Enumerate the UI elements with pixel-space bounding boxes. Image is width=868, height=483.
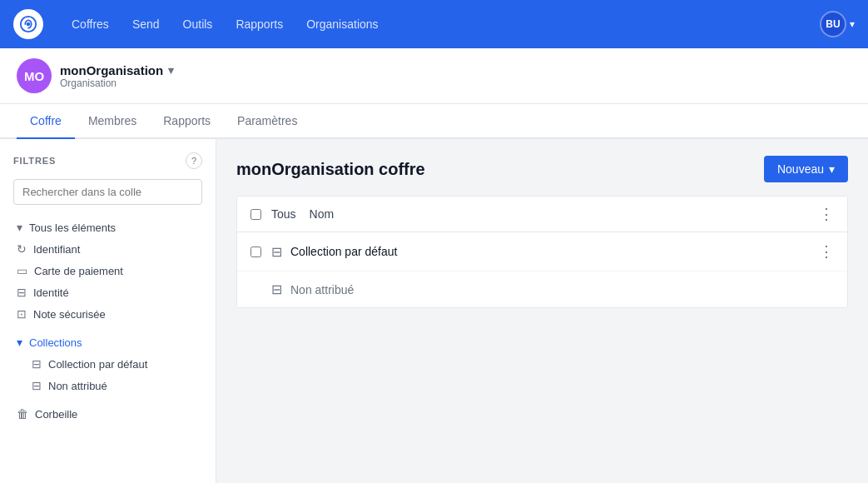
row-collection-name: Collection par défaut (290, 245, 819, 258)
collections-chevron-icon: ▾ (17, 336, 22, 349)
identifiant-icon: ↻ (17, 242, 27, 256)
table-row[interactable]: ⊟ Collection par défaut ⋮ (237, 232, 847, 271)
carte-icon: ▭ (17, 264, 27, 277)
nav-links: Coffres Send Outils Rapports Organisatio… (63, 12, 800, 36)
table-header-all-label[interactable]: Tous (271, 207, 296, 221)
select-all-checkbox[interactable] (250, 209, 261, 220)
org-type: Organisation (60, 77, 174, 89)
sidebar-item-identite[interactable]: ⊟ Identité (13, 281, 202, 303)
org-dropdown-chevron[interactable]: ▾ (168, 64, 174, 77)
collections-section: ▾ Collections ⊟ Collection par défaut ⊟ … (13, 331, 202, 396)
nav-rapports[interactable]: Rapports (227, 12, 291, 36)
table-header-more-button[interactable]: ⋮ (819, 205, 834, 223)
sidebar-item-carte[interactable]: ▭ Carte de paiement (13, 260, 202, 281)
user-menu-chevron[interactable]: ▾ (850, 18, 855, 30)
main-content: FILTRES ? ▾ Tous les éléments ↻ Identifi… (0, 139, 868, 483)
nav-coffres[interactable]: Coffres (63, 12, 117, 36)
all-items-section: ▾ Tous les éléments ↻ Identifiant ▭ Cart… (13, 217, 202, 325)
filters-header: FILTRES ? (13, 152, 202, 169)
collections-search-input[interactable] (13, 179, 202, 205)
identite-icon: ⊟ (17, 286, 27, 299)
sidebar-collection-default[interactable]: ⊟ Collection par défaut (13, 353, 202, 375)
nouveau-button[interactable]: Nouveau ▾ (764, 156, 848, 182)
table-row[interactable]: ⊟ Non attribué (237, 271, 847, 307)
org-header: MO monOrganisation ▾ Organisation (0, 48, 868, 104)
sidebar: FILTRES ? ▾ Tous les éléments ↻ Identifi… (0, 139, 216, 483)
table-header: Tous Nom ⋮ (237, 197, 847, 232)
user-menu[interactable]: BU ▾ (820, 11, 855, 37)
nav-send[interactable]: Send (124, 12, 168, 36)
app-logo[interactable] (13, 9, 43, 39)
sidebar-trash[interactable]: 🗑 Corbeille (13, 403, 202, 425)
org-name[interactable]: monOrganisation ▾ (60, 63, 174, 77)
nav-outils[interactable]: Outils (175, 12, 221, 36)
row-unassigned-name: Non attribué (290, 283, 834, 296)
tabs-bar: Coffre Membres Rapports Paramètres (0, 104, 868, 139)
top-navigation: Coffres Send Outils Rapports Organisatio… (0, 0, 868, 48)
row-checkbox[interactable] (250, 246, 261, 257)
tab-coffre[interactable]: Coffre (17, 104, 75, 139)
sidebar-collections-header[interactable]: ▾ Collections (13, 331, 202, 353)
nouveau-chevron-icon: ▾ (829, 162, 835, 176)
sidebar-item-note[interactable]: ⊡ Note sécurisée (13, 303, 202, 325)
tab-membres[interactable]: Membres (75, 104, 150, 139)
tab-rapports[interactable]: Rapports (150, 104, 224, 139)
page-title: monOrganisation coffre (236, 160, 425, 179)
sidebar-item-identifiant[interactable]: ↻ Identifiant (13, 238, 202, 260)
table-header-name-label: Nom (310, 207, 819, 221)
sidebar-collection-unassigned[interactable]: ⊟ Non attribué (13, 375, 202, 396)
filters-help-button[interactable]: ? (186, 152, 202, 169)
note-icon: ⊡ (17, 307, 27, 321)
row-more-button[interactable]: ⋮ (819, 242, 834, 261)
row-folder-unassigned-icon: ⊟ (271, 281, 282, 297)
collection-unassigned-icon: ⊟ (32, 379, 42, 392)
sidebar-all-items[interactable]: ▾ Tous les éléments (13, 217, 202, 238)
collection-folder-icon: ⊟ (32, 357, 42, 371)
org-info: monOrganisation ▾ Organisation (60, 63, 174, 89)
content-header: monOrganisation coffre Nouveau ▾ (236, 156, 848, 182)
trash-icon: 🗑 (17, 407, 28, 421)
row-folder-icon: ⊟ (271, 244, 282, 260)
avatar: BU (820, 11, 846, 37)
items-table: Tous Nom ⋮ ⊟ Collection par défaut ⋮ ⊟ N… (236, 196, 848, 308)
org-avatar: MO (17, 58, 52, 93)
filters-label: FILTRES (13, 156, 56, 166)
content-area: monOrganisation coffre Nouveau ▾ Tous No… (216, 139, 868, 483)
tab-parametres[interactable]: Paramètres (224, 104, 310, 139)
chevron-down-icon: ▾ (17, 221, 22, 234)
svg-point-1 (27, 22, 31, 27)
nav-organisations[interactable]: Organisations (298, 12, 386, 36)
